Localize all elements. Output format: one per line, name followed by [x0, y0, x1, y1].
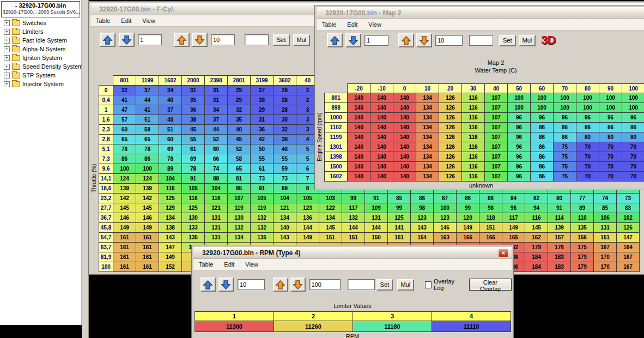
table-cell[interactable]: 74 [594, 194, 617, 203]
table-cell[interactable]: 69 [182, 154, 205, 164]
sidebar-item-switches[interactable]: +Switches [0, 19, 82, 27]
table-cell[interactable]: 75 [554, 162, 576, 172]
table-cell[interactable]: 86 [457, 194, 479, 203]
table-cell[interactable]: 105 [251, 194, 274, 203]
table-cell[interactable]: 89 [159, 164, 182, 174]
table-cell[interactable]: 86 [531, 172, 554, 182]
table-cell[interactable]: 134 [416, 93, 439, 103]
table-cell[interactable]: 86 [622, 123, 644, 132]
table-cell[interactable]: 61 [182, 144, 205, 154]
expand-icon[interactable]: + [4, 81, 10, 87]
table-cell[interactable]: 100 [531, 93, 554, 103]
table-cell[interactable]: 31 [182, 86, 205, 95]
fine-decrement-button[interactable] [218, 277, 234, 292]
fine-decrement-button[interactable] [345, 33, 361, 47]
mul-button[interactable]: Mul [293, 34, 311, 46]
table-cell[interactable]: 146 [434, 223, 457, 233]
table-cell[interactable]: 107 [485, 142, 508, 152]
table-cell[interactable]: 47 [113, 105, 136, 115]
table-cell[interactable]: 58 [136, 125, 159, 135]
table-cell[interactable]: 96 [508, 142, 531, 152]
table-cell[interactable]: 96 [622, 113, 644, 123]
coarse-decrement-button[interactable] [192, 33, 208, 47]
table-cell[interactable]: 73 [617, 194, 640, 203]
table-cell[interactable]: 135 [182, 233, 205, 243]
coarse-increment-button[interactable] [398, 33, 414, 47]
coarse-step-field[interactable] [435, 35, 463, 46]
manual-value-field[interactable] [245, 34, 269, 45]
table-cell[interactable]: 88 [205, 174, 228, 184]
menu-table[interactable]: Table [199, 261, 213, 268]
table-cell[interactable]: 116 [462, 152, 485, 162]
table-cell[interactable]: 183 [548, 252, 571, 262]
table-cell[interactable]: 99 [457, 203, 479, 213]
table-cell[interactable]: 162 [525, 233, 548, 243]
coarse-increment-button[interactable] [174, 33, 190, 47]
table-cell[interactable]: 107 [485, 103, 508, 113]
table-cell[interactable]: 75 [554, 142, 576, 152]
table-cell[interactable]: 126 [439, 132, 462, 142]
table-cell[interactable]: 132 [228, 223, 251, 233]
fine-step-field[interactable] [138, 34, 162, 45]
sidebar-item-fast-idle-system[interactable]: +Fast Idle System [0, 36, 82, 45]
expand-icon[interactable]: + [4, 20, 10, 26]
table-cell[interactable]: 50 [251, 144, 274, 154]
table-cell[interactable]: 11260 [274, 321, 353, 332]
mul-button[interactable]: Mul [519, 35, 536, 46]
table-cell[interactable]: 73 [274, 174, 296, 184]
table-cell[interactable]: 149 [296, 233, 319, 243]
table-cell[interactable]: 150 [365, 233, 388, 243]
table-cell[interactable]: 28 [274, 86, 296, 95]
sidebar-item-speed-density-system[interactable]: +Speed Density System [0, 62, 82, 71]
table-cell[interactable]: 83 [617, 203, 640, 213]
table-cell[interactable]: 78 [136, 144, 159, 154]
table-cell[interactable]: 70 [599, 152, 622, 162]
table-cell[interactable]: 140 [393, 103, 416, 113]
table-cell[interactable]: 121 [274, 203, 296, 213]
table-cell[interactable]: 126 [439, 162, 462, 172]
fine-increment-button[interactable] [100, 33, 116, 47]
table-cell[interactable]: 167 [617, 252, 640, 262]
table-cell[interactable]: 122 [319, 203, 342, 213]
table-cell[interactable]: 114 [548, 213, 571, 223]
table-cell[interactable]: 100 [554, 93, 576, 103]
table-cell[interactable]: 129 [159, 203, 182, 213]
fine-step-field[interactable] [238, 279, 265, 290]
table-cell[interactable]: 116 [205, 194, 228, 203]
table-cell[interactable]: 165 [502, 233, 525, 243]
table-cell[interactable]: 144 [296, 223, 319, 233]
table-cell[interactable]: 183 [548, 262, 571, 272]
table-cell[interactable]: 32 [228, 105, 251, 115]
table-cell[interactable]: 100 [113, 164, 136, 174]
coarse-step-field[interactable] [211, 34, 235, 45]
table-cell[interactable]: 140 [348, 172, 370, 182]
table-cell[interactable]: 119 [251, 203, 274, 213]
table-cell[interactable]: 48 [274, 144, 296, 154]
table-cell[interactable]: 133 [182, 223, 205, 233]
table-cell[interactable]: 96 [508, 132, 531, 142]
table-cell[interactable]: 140 [370, 123, 393, 132]
sidebar-item-injector-system[interactable]: +Injector System [0, 80, 82, 88]
table-cell[interactable]: 145 [319, 223, 342, 233]
table-cell[interactable]: 58 [228, 154, 251, 164]
table-cell[interactable]: 140 [393, 132, 416, 142]
table-cell[interactable]: 70 [576, 162, 599, 172]
menu-table[interactable]: Table [96, 17, 110, 24]
table-cell[interactable]: 140 [370, 152, 393, 162]
table-cell[interactable]: 140 [370, 103, 393, 113]
table-cell[interactable]: 60 [159, 135, 182, 144]
table-cell[interactable]: 86 [411, 194, 434, 203]
table-cell[interactable]: 86 [531, 152, 554, 162]
table-cell[interactable]: 126 [439, 113, 462, 123]
table-cell[interactable]: 85 [388, 194, 411, 203]
table-cell[interactable]: 100 [508, 93, 531, 103]
table-cell[interactable]: 164 [617, 243, 640, 252]
table-cell[interactable]: 100 [576, 93, 599, 103]
table-cell[interactable]: 80 [622, 132, 644, 142]
mul-button[interactable]: Mul [397, 279, 414, 291]
table-cell[interactable]: 65 [113, 135, 136, 144]
table-cell[interactable]: 86 [531, 142, 554, 152]
table-cell[interactable]: 140 [348, 162, 370, 172]
table-cell[interactable]: 140 [370, 132, 393, 142]
table-cell[interactable]: 59 [274, 164, 296, 174]
